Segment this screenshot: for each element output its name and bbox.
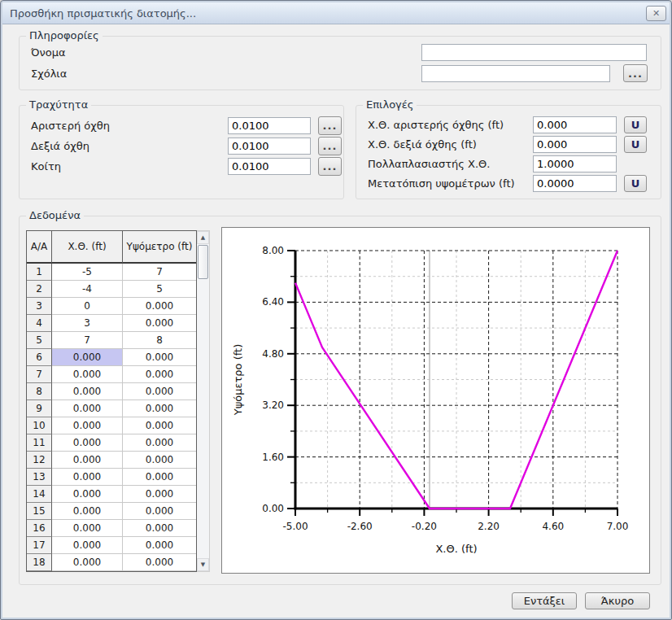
row-number-cell: 3 [27, 298, 52, 315]
row-number-cell: 13 [27, 469, 52, 486]
table-cell[interactable]: 0.000 [123, 469, 196, 486]
x-tick-label: -5.00 [282, 521, 308, 532]
comments-browse-button[interactable]: ... [623, 64, 648, 82]
table-cell[interactable]: 0.000 [123, 298, 196, 315]
scrollbar-thumb[interactable] [198, 245, 208, 279]
table-cell[interactable]: 0.000 [123, 315, 196, 332]
table-cell[interactable]: -5 [52, 264, 123, 281]
info-group-title: Πληροφορίες [26, 29, 103, 41]
data-groupbox: Δεδομένα Α/Α Χ.Θ. (ft) Υψόμετρο (ft) 1-5… [19, 216, 661, 585]
row-number-cell: 15 [27, 503, 52, 520]
header-station-column: Χ.Θ. (ft) [52, 231, 123, 264]
table-cell[interactable]: 0 [52, 298, 123, 315]
options-groupbox: Επιλογές Χ.Θ. αριστερής όχθης (ft) U Χ.Θ… [356, 105, 661, 199]
table-cell[interactable]: 0.000 [123, 417, 196, 434]
x-tick-label: 7.00 [607, 521, 629, 532]
table-cell[interactable]: 0.000 [52, 537, 123, 554]
table-cell[interactable]: 0.000 [123, 383, 196, 400]
table-cell[interactable]: 0.000 [123, 349, 196, 366]
row-number-cell: 1 [27, 264, 52, 281]
data-table-body: 1-572-45300.000430.00057860.0000.00070.0… [27, 264, 196, 571]
right-bank-station-units-button[interactable]: U [624, 136, 647, 153]
table-cell[interactable]: 8 [123, 332, 196, 349]
table-cell[interactable]: 0.000 [52, 349, 123, 366]
table-cell[interactable]: 0.000 [123, 503, 196, 520]
x-tick-label: -2.60 [347, 521, 373, 532]
table-scrollbar[interactable]: ▲ ▼ [197, 230, 210, 572]
roughness-group-title: Τραχύτητα [26, 98, 91, 111]
station-multiplier-label: Πολλαπλασιαστής Χ.Θ. [368, 158, 490, 170]
roughness-groupbox: Τραχύτητα Αριστερή όχθη ... Δεξιά όχθη .… [19, 105, 344, 199]
table-cell[interactable]: 0.000 [52, 503, 123, 520]
row-number-cell: 14 [27, 486, 52, 503]
table-cell[interactable]: 0.000 [52, 400, 123, 417]
comments-input[interactable] [421, 65, 610, 82]
close-button[interactable]: ✕ [646, 6, 666, 21]
table-cell[interactable]: 0.000 [52, 554, 123, 571]
right-bank-roughness-browse-button[interactable]: ... [318, 137, 342, 155]
bed-roughness-label: Κοίτη [31, 160, 61, 172]
row-number-cell: 10 [27, 417, 52, 434]
left-bank-roughness-input[interactable] [228, 117, 311, 134]
row-number-cell: 9 [27, 400, 52, 417]
table-cell[interactable]: 0.000 [123, 452, 196, 469]
bed-roughness-browse-button[interactable]: ... [318, 157, 342, 176]
header-index-column: Α/Α [27, 231, 52, 264]
table-cell[interactable]: 0.000 [123, 537, 196, 554]
right-bank-station-label: Χ.Θ. δεξιά όχθης (ft) [368, 138, 477, 151]
table-cell[interactable]: 0.000 [123, 434, 196, 452]
x-tick-label: 4.60 [542, 521, 564, 532]
scroll-up-arrow-icon[interactable]: ▲ [197, 231, 209, 244]
elevation-offset-input[interactable] [533, 175, 617, 192]
row-number-cell: 17 [27, 537, 52, 554]
scroll-down-arrow-icon[interactable]: ▼ [197, 558, 209, 571]
y-tick-label: 6.40 [262, 296, 284, 308]
left-bank-roughness-browse-button[interactable]: ... [318, 116, 342, 135]
table-cell[interactable]: 0.000 [52, 469, 123, 486]
table-cell[interactable]: -4 [52, 281, 123, 298]
row-number-cell: 8 [27, 383, 52, 400]
left-bank-station-input[interactable] [533, 116, 617, 133]
right-bank-roughness-input[interactable] [228, 138, 311, 155]
cancel-button[interactable]: Άκυρο [585, 592, 650, 609]
table-cell[interactable]: 0.000 [52, 520, 123, 537]
table-cell[interactable]: 5 [123, 281, 196, 298]
y-axis-title: Υψόμετρο (ft) [232, 344, 244, 417]
table-cell[interactable]: 0.000 [123, 400, 196, 417]
options-group-title: Επιλογές [363, 98, 417, 111]
right-bank-roughness-label: Δεξιά όχθη [31, 140, 89, 152]
table-cell[interactable]: 0.000 [123, 486, 196, 503]
bed-roughness-input[interactable] [228, 158, 311, 175]
left-bank-station-units-button[interactable]: U [624, 116, 647, 133]
table-cell[interactable]: 0.000 [52, 366, 123, 383]
data-group-title: Δεδομένα [26, 209, 84, 221]
scrollbar-track[interactable] [197, 280, 209, 558]
table-cell[interactable]: 0.000 [123, 366, 196, 383]
station-multiplier-input[interactable] [533, 155, 617, 172]
y-tick-label: 0.00 [262, 503, 284, 514]
table-cell[interactable]: 0.000 [52, 486, 123, 503]
table-cell[interactable]: 7 [52, 332, 123, 349]
table-cell[interactable]: 0.000 [52, 452, 123, 469]
left-bank-roughness-label: Αριστερή όχθη [31, 120, 110, 132]
row-number-cell: 5 [27, 332, 52, 349]
right-bank-station-input[interactable] [533, 136, 617, 153]
name-label: Όνομα [31, 46, 66, 59]
title-bar[interactable]: Προσθήκη πρισματικής διατομής... ✕ [2, 2, 670, 24]
table-cell[interactable]: 0.000 [52, 383, 123, 400]
data-table: Α/Α Χ.Θ. (ft) Υψόμετρο (ft) 1-572-45300.… [26, 230, 210, 572]
info-groupbox: Πληροφορίες Όνομα Σχόλια ... [19, 36, 661, 90]
y-tick-label: 1.60 [262, 452, 284, 463]
x-tick-label: -0.20 [412, 521, 437, 532]
table-cell[interactable]: 0.000 [123, 520, 196, 537]
row-number-cell: 2 [27, 281, 52, 298]
table-cell[interactable]: 0.000 [52, 417, 123, 434]
elevation-offset-units-button[interactable]: U [624, 175, 647, 192]
table-cell[interactable]: 0.000 [123, 554, 196, 571]
table-cell[interactable]: 3 [52, 315, 123, 332]
ok-button[interactable]: Εντάξει [512, 592, 577, 609]
table-cell[interactable]: 7 [123, 264, 196, 281]
row-number-cell: 16 [27, 520, 52, 537]
table-cell[interactable]: 0.000 [52, 434, 123, 452]
name-input[interactable] [421, 44, 647, 61]
